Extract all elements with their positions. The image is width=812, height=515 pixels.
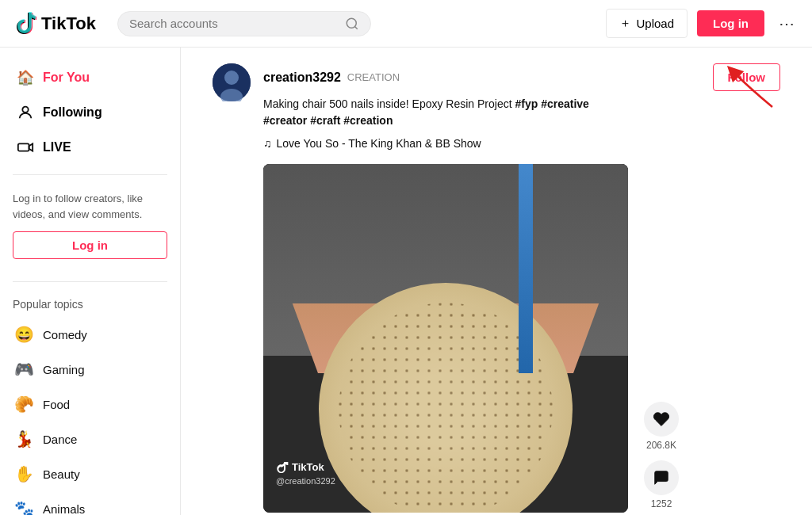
video-scene: TikTok @creation3292 <box>263 164 628 513</box>
comment-count: 1252 <box>651 498 672 509</box>
plus-icon: ＋ <box>619 16 631 31</box>
topic-label-food: Food <box>43 398 70 411</box>
main-content: creation3292 CREATION Follow Making chai… <box>181 48 812 515</box>
popular-topics-label: Popular topics <box>0 292 180 317</box>
sidebar: 🏠 For You Following LIVE Log in to follo… <box>0 48 181 515</box>
blue-strap <box>519 164 533 373</box>
body: 🏠 For You Following LIVE Log in to follo… <box>0 48 812 515</box>
svg-point-1 <box>22 107 28 113</box>
header-right: ＋ Upload Log in ⋯ <box>606 9 799 38</box>
svg-marker-3 <box>29 143 33 151</box>
sidebar-item-gaming[interactable]: 🎮 Gaming <box>3 352 177 387</box>
search-bar[interactable] <box>117 11 371 36</box>
search-icon <box>345 17 359 31</box>
avatar-area <box>213 63 251 515</box>
tiktok-watermark: TikTok <box>276 460 324 473</box>
sidebar-login-button[interactable]: Log in <box>13 231 167 259</box>
topic-label-animals: Animals <box>43 502 85 516</box>
hashtag-creator[interactable]: #creator <box>263 114 310 127</box>
svg-point-0 <box>347 18 356 28</box>
animals-icon: 🐾 <box>13 498 35 515</box>
hashtag-creative[interactable]: #creative <box>541 97 589 110</box>
upload-label: Upload <box>636 17 674 30</box>
description-text: Making chair 500 nails inside! Epoxy Res… <box>263 97 515 110</box>
song-line: ♫ Love You So - The King Khan & BB Show <box>263 137 780 150</box>
like-icon-container <box>644 402 679 437</box>
sidebar-item-following[interactable]: Following <box>6 95 174 130</box>
video-username-watermark: @creation3292 <box>276 476 335 486</box>
person-icon <box>16 103 35 122</box>
sidebar-item-beauty[interactable]: ✋ Beauty <box>3 456 177 491</box>
like-button[interactable]: 206.8K <box>644 402 679 451</box>
topic-label-dance: Dance <box>43 433 77 446</box>
sidebar-item-food[interactable]: 🥐 Food <box>3 387 177 422</box>
svg-rect-2 <box>18 143 29 151</box>
beauty-icon: ✋ <box>13 463 35 485</box>
login-prompt: Log in to follow creators, like videos, … <box>0 185 180 231</box>
gaming-icon: 🎮 <box>13 358 35 380</box>
logo-area: TikTok <box>13 11 108 36</box>
sidebar-divider-1 <box>13 174 167 175</box>
home-icon: 🏠 <box>16 68 35 87</box>
search-input[interactable] <box>129 17 339 30</box>
header: TikTok ＋ Upload Log in ⋯ <box>0 0 812 48</box>
song-name[interactable]: Love You So - The King Khan & BB Show <box>277 137 481 150</box>
username[interactable]: creation3292 <box>263 71 341 85</box>
sidebar-item-dance[interactable]: 💃 Dance <box>3 422 177 456</box>
logo-text: TikTok <box>41 13 96 34</box>
hashtag-creation[interactable]: #creation <box>343 114 393 127</box>
video-player[interactable]: TikTok @creation3292 <box>263 164 628 513</box>
sidebar-item-comedy[interactable]: 😄 Comedy <box>3 317 177 352</box>
follow-button[interactable]: Follow <box>713 63 781 91</box>
live-icon <box>16 138 35 157</box>
sidebar-item-live[interactable]: LIVE <box>6 130 174 165</box>
upload-button[interactable]: ＋ Upload <box>606 9 688 38</box>
topic-label-gaming: Gaming <box>43 363 85 376</box>
like-count: 206.8K <box>646 440 676 451</box>
login-button[interactable]: Log in <box>697 10 764 36</box>
video-card: creation3292 CREATION Follow Making chai… <box>213 63 780 515</box>
video-interactions: 206.8K 1252 <box>644 402 679 515</box>
tiktok-logo-icon <box>13 11 38 36</box>
sidebar-nav: 🏠 For You Following LIVE <box>0 60 180 165</box>
hashtag-craft[interactable]: #craft <box>310 114 343 127</box>
svg-point-5 <box>224 71 239 85</box>
hashtag-fyp[interactable]: #fyp <box>515 97 542 110</box>
sidebar-item-for-you[interactable]: 🏠 For You <box>6 60 174 95</box>
sidebar-item-label-for-you: For You <box>43 71 90 85</box>
video-description: Making chair 500 nails inside! Epoxy Res… <box>263 96 780 129</box>
comment-button[interactable]: 1252 <box>644 460 679 509</box>
dance-icon: 💃 <box>13 428 35 450</box>
user-meta: creation3292 CREATION Follow <box>263 63 780 91</box>
topic-label-comedy: Comedy <box>43 328 87 341</box>
music-note-icon: ♫ <box>263 137 272 150</box>
comedy-icon: 😄 <box>13 323 35 345</box>
sidebar-item-label-live: LIVE <box>43 140 71 154</box>
more-options-button[interactable]: ⋯ <box>774 11 799 36</box>
sidebar-divider-2 <box>13 281 167 282</box>
avatar[interactable] <box>213 63 251 101</box>
comment-icon-container <box>644 460 679 495</box>
sidebar-item-animals[interactable]: 🐾 Animals <box>3 491 177 515</box>
topic-label-beauty: Beauty <box>43 467 80 481</box>
user-badge: CREATION <box>347 71 400 83</box>
sidebar-item-label-following: Following <box>43 105 102 120</box>
food-icon: 🥐 <box>13 393 35 415</box>
watermark-text: TikTok <box>292 461 324 473</box>
